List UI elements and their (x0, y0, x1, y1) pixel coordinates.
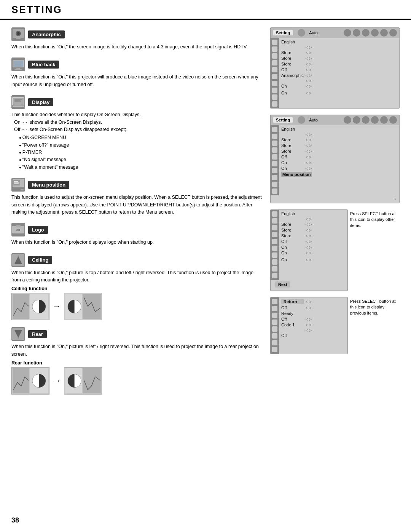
panel4-sidebar (271, 297, 279, 354)
panel1-setting-label: Setting (273, 30, 293, 35)
panel1-row-store3: Store ◁▷ (281, 62, 397, 66)
panel2-row-english: English (281, 127, 397, 131)
panel4-sb-2 (272, 306, 277, 311)
svg-rect-22 (14, 183, 19, 184)
display-bullet-list: ON-SCREEN MENU "Power off?" message P-TI… (19, 134, 263, 171)
panel2-row-off: Off ◁▷ (281, 155, 397, 159)
panel1-row-anamorphic: Anamorphic ◁▷ (281, 73, 397, 78)
panel2-sb-3 (272, 141, 277, 146)
panel2-body: English ◁▷ Store ◁▷ Store ◁▷ (271, 125, 399, 195)
panel3-row-off: Off ◁▷ (281, 239, 345, 244)
anamorphic-label: Anamorphic (28, 30, 65, 38)
anamorphic-body: When this function is "On," the screen i… (11, 43, 263, 51)
panel1-top-icon-1 (344, 29, 351, 37)
panel4-sb-1 (272, 299, 277, 304)
panel3-sidebar (271, 210, 279, 280)
rear-icon (11, 327, 25, 341)
panel3-row-on3: On ◁▷ (281, 257, 345, 262)
panel1-top-icon-2 (353, 29, 360, 37)
panel4-sb-5 (272, 326, 277, 332)
panel2-sb-4 (272, 147, 277, 153)
panel1-row-off: Off ◁▷ (281, 67, 397, 72)
ceiling-arrow: → (53, 302, 61, 312)
menu-panel-4: Return ◁▷ Off ◁▷ Ready Off ◁▷ (270, 297, 348, 354)
panel3-sb-8 (272, 259, 277, 265)
panel2-top-icons (344, 116, 397, 124)
rear-title: Rear (11, 327, 263, 341)
bullet-onscreen: ON-SCREEN MENU (19, 134, 263, 141)
svg-point-3 (17, 32, 20, 35)
ceiling-after-box (64, 293, 102, 320)
panel2-icon1 (298, 116, 305, 124)
svg-point-31 (18, 256, 19, 257)
panel1-sb-icon-10 (272, 101, 277, 107)
panel2-sb-9 (272, 182, 277, 187)
panel2-row-store3: Store ◁▷ (281, 149, 397, 153)
ceiling-title: Ceiling (11, 253, 263, 267)
bullet-waitmoment: "Wait a moment" message (19, 164, 263, 171)
panel2-row-store2: Store ◁▷ (281, 143, 397, 148)
blueback-title: Blue back (11, 58, 263, 71)
logo-body: When this function is "On," projector di… (11, 239, 263, 246)
panel2-row-store1: Store ◁▷ (281, 137, 397, 142)
next-button[interactable]: Next (275, 281, 290, 288)
menuposition-title: Menu position (11, 178, 263, 192)
panel1-row-store1: Store ◁▷ (281, 50, 397, 55)
blueback-body: When this function is "On," this project… (11, 73, 263, 88)
panel2-sb-1 (272, 127, 277, 132)
panel3-sb-6 (272, 246, 277, 251)
rear-label: Rear (28, 330, 47, 338)
anamorphic-title: Anamorphic (11, 27, 263, 41)
panel2-sb-6 (272, 161, 277, 166)
rear-arrow: → (53, 376, 61, 386)
blueback-icon (11, 58, 25, 71)
panel2-top-icon-6 (389, 116, 397, 124)
panel2-sb-7 (272, 168, 277, 173)
panel2-row-1: ◁▷ (281, 133, 397, 136)
ceiling-function-label: Ceiling function (11, 286, 263, 291)
panel4-container: Return ◁▷ Off ◁▷ Ready Off ◁▷ (270, 297, 400, 354)
panel3-body: English ◁▷ Store ◁▷ Store ◁▷ (271, 210, 347, 280)
panel4-sb-3 (272, 313, 277, 318)
panel4-row-code1: Code 1 ◁▷ (281, 323, 345, 327)
panel2-sidebar (271, 125, 279, 195)
panel1-top-icon-4 (371, 29, 379, 37)
panel3-row-1: ◁▷ (281, 217, 345, 221)
panel1-sb-icon-6 (272, 74, 277, 79)
svg-rect-50 (83, 368, 101, 393)
panel2-setting-label: Setting (273, 117, 293, 123)
panel3-sb-4 (272, 232, 277, 237)
menuposition-icon (11, 178, 25, 192)
blueback-section: Blue back When this function is "On," th… (11, 58, 263, 88)
panel3-sb-7 (272, 252, 277, 258)
svg-text:30: 30 (16, 228, 20, 232)
panel3-sb-9 (272, 266, 277, 272)
panel2-row-on2: On ◁▷ (281, 166, 397, 171)
panel1-sb-icon-4 (272, 60, 277, 66)
logo-title: 30 Logo (11, 223, 263, 236)
panel4-sb-7 (272, 340, 277, 345)
panel1-sidebar (271, 38, 279, 108)
blueback-label: Blue back (28, 61, 59, 69)
panel4-row-off1: Off ◁▷ (281, 305, 345, 310)
panel2-sb-2 (272, 134, 277, 139)
panel1-row-on1: On ◁▷ (281, 84, 397, 88)
rear-diagram: → (11, 367, 263, 395)
panel3-row-on1: On ◁▷ (281, 245, 345, 249)
left-column: Anamorphic When this function is "On," t… (11, 27, 263, 401)
panel3-row-store2: Store ◁▷ (281, 228, 345, 232)
panel1-row-on2: On ◁▷ (281, 91, 397, 95)
panel1-rows: English ◁▷ Store ◁▷ Store ◁▷ (279, 38, 399, 108)
rear-function-label: Rear function (11, 360, 263, 366)
panel1-auto-label: Auto (309, 30, 318, 35)
svg-rect-45 (13, 368, 29, 393)
panel3-row-store3: Store ◁▷ (281, 233, 345, 238)
panel4-sb-4 (272, 320, 277, 325)
menu-panel-1: Setting Auto (270, 27, 400, 109)
page-title: SETTING (11, 4, 400, 16)
svg-rect-9 (14, 69, 22, 70)
svg-rect-12 (13, 98, 24, 105)
panel1-sb-icon-7 (272, 81, 277, 86)
display-title: Display (11, 95, 263, 109)
panel3-press-note: Press SELECT button at this icon to disp… (350, 211, 400, 228)
